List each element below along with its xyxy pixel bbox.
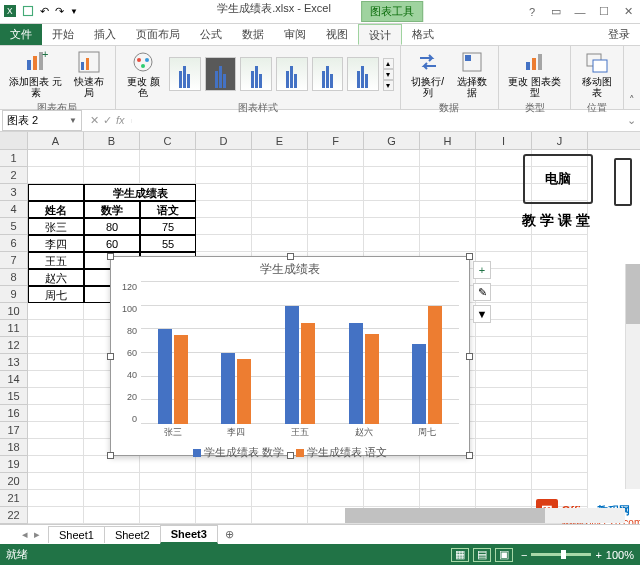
cell[interactable] bbox=[420, 184, 476, 201]
cell[interactable] bbox=[420, 235, 476, 252]
cell[interactable] bbox=[28, 303, 84, 320]
cell[interactable]: 学生成绩表 bbox=[84, 184, 196, 201]
row-header[interactable]: 8 bbox=[0, 269, 28, 286]
tab-formula[interactable]: 公式 bbox=[190, 24, 232, 45]
cell[interactable] bbox=[364, 490, 420, 507]
resize-handle[interactable] bbox=[107, 353, 114, 360]
cell[interactable] bbox=[308, 235, 364, 252]
cell[interactable] bbox=[364, 167, 420, 184]
cell[interactable]: 赵六 bbox=[28, 269, 84, 286]
cell[interactable] bbox=[532, 320, 588, 337]
resize-handle[interactable] bbox=[466, 353, 473, 360]
cell[interactable] bbox=[364, 218, 420, 235]
chart-object[interactable]: + ✎ ▼ 学生成绩表 020406080100120 张三李四王五赵六周七 学… bbox=[110, 256, 470, 456]
cell[interactable] bbox=[420, 201, 476, 218]
save-icon[interactable] bbox=[22, 5, 34, 19]
chart-style-1[interactable] bbox=[169, 57, 201, 91]
col-header[interactable]: E bbox=[252, 132, 308, 149]
change-chart-type-button[interactable]: 更改 图表类型 bbox=[505, 48, 565, 100]
chart-styles-button[interactable]: ✎ bbox=[473, 283, 491, 301]
add-chart-element-button[interactable]: +添加图表 元素 bbox=[6, 48, 65, 100]
row-header[interactable]: 20 bbox=[0, 473, 28, 490]
cell[interactable] bbox=[532, 252, 588, 269]
cell[interactable] bbox=[252, 184, 308, 201]
move-chart-button[interactable]: 移动图表 bbox=[577, 48, 616, 100]
resize-handle[interactable] bbox=[287, 253, 294, 260]
cell[interactable] bbox=[252, 473, 308, 490]
cell[interactable] bbox=[196, 218, 252, 235]
cell[interactable] bbox=[140, 490, 196, 507]
expand-formula-bar-icon[interactable]: ⌄ bbox=[623, 114, 640, 127]
cell[interactable]: 王五 bbox=[28, 252, 84, 269]
row-header[interactable]: 15 bbox=[0, 388, 28, 405]
cell[interactable] bbox=[196, 507, 252, 524]
row-header[interactable]: 6 bbox=[0, 235, 28, 252]
row-header[interactable]: 11 bbox=[0, 320, 28, 337]
zoom-slider[interactable] bbox=[531, 553, 591, 556]
cell[interactable] bbox=[476, 490, 532, 507]
cell[interactable] bbox=[476, 422, 532, 439]
cell[interactable] bbox=[420, 167, 476, 184]
cell[interactable]: 75 bbox=[140, 218, 196, 235]
col-header[interactable]: I bbox=[476, 132, 532, 149]
cell[interactable]: 60 bbox=[84, 235, 140, 252]
cell[interactable] bbox=[140, 473, 196, 490]
row-header[interactable]: 14 bbox=[0, 371, 28, 388]
row-header[interactable]: 18 bbox=[0, 439, 28, 456]
cell[interactable] bbox=[532, 354, 588, 371]
row-header[interactable]: 12 bbox=[0, 337, 28, 354]
cell[interactable] bbox=[252, 201, 308, 218]
tab-view[interactable]: 视图 bbox=[316, 24, 358, 45]
scroll-down-icon[interactable]: ▾ bbox=[383, 69, 394, 80]
add-sheet-button[interactable]: ⊕ bbox=[217, 526, 242, 543]
cell[interactable] bbox=[532, 405, 588, 422]
undo-icon[interactable]: ↶ bbox=[40, 5, 49, 18]
cell[interactable] bbox=[476, 371, 532, 388]
cell[interactable] bbox=[476, 473, 532, 490]
cell[interactable] bbox=[476, 354, 532, 371]
cell[interactable] bbox=[28, 150, 84, 167]
row-header[interactable]: 16 bbox=[0, 405, 28, 422]
cell[interactable] bbox=[364, 235, 420, 252]
cell[interactable] bbox=[28, 371, 84, 388]
sheet-tab-2[interactable]: Sheet2 bbox=[104, 526, 161, 543]
cell[interactable] bbox=[28, 490, 84, 507]
tab-review[interactable]: 审阅 bbox=[274, 24, 316, 45]
cell[interactable]: 语文 bbox=[140, 201, 196, 218]
cell[interactable] bbox=[532, 303, 588, 320]
name-box-dropdown-icon[interactable]: ▼ bbox=[69, 116, 77, 125]
cell[interactable] bbox=[532, 235, 588, 252]
vertical-scrollbar[interactable] bbox=[625, 264, 640, 489]
change-colors-button[interactable]: 更改 颜色 bbox=[122, 48, 165, 100]
chart-style-3[interactable] bbox=[240, 57, 272, 91]
col-header[interactable]: C bbox=[140, 132, 196, 149]
cell[interactable] bbox=[532, 371, 588, 388]
cell[interactable]: 55 bbox=[140, 235, 196, 252]
minimize-icon[interactable]: — bbox=[572, 6, 588, 18]
cell[interactable] bbox=[308, 218, 364, 235]
tab-format[interactable]: 格式 bbox=[402, 24, 444, 45]
cell[interactable] bbox=[140, 507, 196, 524]
cancel-icon[interactable]: ✕ bbox=[90, 114, 99, 127]
sheet-tab-1[interactable]: Sheet1 bbox=[48, 526, 105, 543]
row-header[interactable]: 4 bbox=[0, 201, 28, 218]
cell[interactable]: 数学 bbox=[84, 201, 140, 218]
row-header[interactable]: 9 bbox=[0, 286, 28, 303]
cell[interactable] bbox=[308, 184, 364, 201]
switch-row-col-button[interactable]: 切换行/列 bbox=[407, 48, 449, 100]
zoom-in-button[interactable]: + bbox=[595, 549, 601, 561]
cell[interactable] bbox=[252, 150, 308, 167]
maximize-icon[interactable]: ☐ bbox=[596, 5, 612, 18]
col-header[interactable]: D bbox=[196, 132, 252, 149]
cell[interactable] bbox=[476, 405, 532, 422]
cell[interactable] bbox=[84, 473, 140, 490]
sheet-nav-next-icon[interactable]: ▸ bbox=[32, 528, 42, 541]
cell[interactable] bbox=[84, 490, 140, 507]
tab-data[interactable]: 数据 bbox=[232, 24, 274, 45]
cell[interactable] bbox=[84, 150, 140, 167]
cell[interactable] bbox=[28, 439, 84, 456]
enter-icon[interactable]: ✓ bbox=[103, 114, 112, 127]
page-layout-view-button[interactable]: ▤ bbox=[473, 548, 491, 562]
cell[interactable] bbox=[420, 473, 476, 490]
cell[interactable] bbox=[196, 490, 252, 507]
